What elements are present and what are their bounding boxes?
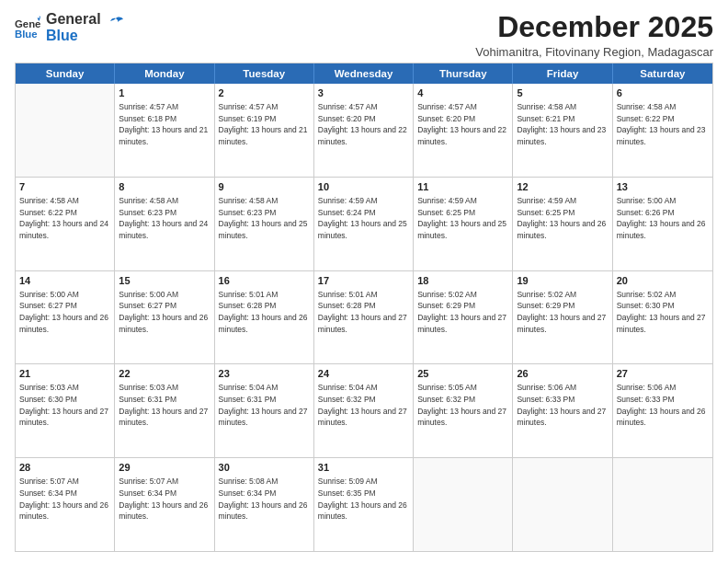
calendar-row-0: 1Sunrise: 4:57 AMSunset: 6:18 PMDaylight… xyxy=(16,84,712,178)
page: General Blue General Blue December 2025 … xyxy=(0,0,728,563)
logo-icon: General Blue xyxy=(15,15,40,40)
calendar-cell-r3c1: 22Sunrise: 5:03 AMSunset: 6:31 PMDayligh… xyxy=(115,364,214,457)
cell-day: 25 xyxy=(417,367,508,381)
cell-day: 19 xyxy=(517,274,608,288)
calendar-cell-r0c1: 1Sunrise: 4:57 AMSunset: 6:18 PMDaylight… xyxy=(115,84,214,177)
header: General Blue General Blue December 2025 … xyxy=(15,11,713,59)
header-friday: Friday xyxy=(513,63,612,84)
cell-info: Sunrise: 5:04 AMSunset: 6:31 PMDaylight:… xyxy=(219,383,308,427)
calendar-cell-r2c5: 19Sunrise: 5:02 AMSunset: 6:29 PMDayligh… xyxy=(513,271,612,364)
calendar-cell-r0c2: 2Sunrise: 4:57 AMSunset: 6:19 PMDaylight… xyxy=(215,84,314,177)
cell-info: Sunrise: 4:57 AMSunset: 6:19 PMDaylight:… xyxy=(219,102,308,146)
cell-day: 31 xyxy=(318,461,409,475)
cell-day: 4 xyxy=(417,86,508,100)
cell-info: Sunrise: 4:59 AMSunset: 6:25 PMDaylight:… xyxy=(517,196,606,240)
calendar-cell-r4c1: 29Sunrise: 5:07 AMSunset: 6:34 PMDayligh… xyxy=(115,458,214,551)
cell-info: Sunrise: 4:58 AMSunset: 6:23 PMDaylight:… xyxy=(119,196,208,240)
calendar-header: Sunday Monday Tuesday Wednesday Thursday… xyxy=(16,63,712,84)
calendar-cell-r4c6 xyxy=(613,458,712,551)
calendar-cell-r3c5: 26Sunrise: 5:06 AMSunset: 6:33 PMDayligh… xyxy=(513,364,612,457)
calendar-cell-r4c4 xyxy=(414,458,513,551)
calendar-cell-r0c4: 4Sunrise: 4:57 AMSunset: 6:20 PMDaylight… xyxy=(414,84,513,177)
cell-day: 23 xyxy=(219,367,310,381)
calendar-cell-r2c0: 14Sunrise: 5:00 AMSunset: 6:27 PMDayligh… xyxy=(16,271,115,364)
cell-day: 2 xyxy=(219,86,310,100)
logo-general: General xyxy=(46,11,101,28)
cell-day: 24 xyxy=(318,367,409,381)
cell-day: 20 xyxy=(617,274,709,288)
cell-day: 1 xyxy=(119,86,210,100)
cell-day: 10 xyxy=(318,180,409,194)
header-monday: Monday xyxy=(115,63,214,84)
calendar-cell-r2c3: 17Sunrise: 5:01 AMSunset: 6:28 PMDayligh… xyxy=(314,271,414,364)
calendar-cell-r2c1: 15Sunrise: 5:00 AMSunset: 6:27 PMDayligh… xyxy=(115,271,214,364)
calendar-cell-r0c6: 6Sunrise: 4:58 AMSunset: 6:22 PMDaylight… xyxy=(613,84,712,177)
cell-day: 13 xyxy=(617,180,709,194)
calendar-cell-r1c1: 8Sunrise: 4:58 AMSunset: 6:23 PMDaylight… xyxy=(115,178,214,270)
cell-info: Sunrise: 5:09 AMSunset: 6:35 PMDaylight:… xyxy=(318,477,407,521)
cell-info: Sunrise: 5:03 AMSunset: 6:30 PMDaylight:… xyxy=(19,383,108,427)
cell-info: Sunrise: 4:57 AMSunset: 6:20 PMDaylight:… xyxy=(318,102,407,146)
cell-day: 29 xyxy=(119,461,210,475)
calendar-cell-r4c3: 31Sunrise: 5:09 AMSunset: 6:35 PMDayligh… xyxy=(314,458,414,551)
cell-day: 5 xyxy=(517,86,608,100)
header-sunday: Sunday xyxy=(16,63,115,84)
title-block: December 2025 Vohimanitra, Fitovinany Re… xyxy=(475,11,713,59)
cell-info: Sunrise: 5:05 AMSunset: 6:32 PMDaylight:… xyxy=(417,383,506,427)
header-wednesday: Wednesday xyxy=(314,63,414,84)
cell-info: Sunrise: 5:06 AMSunset: 6:33 PMDaylight:… xyxy=(617,383,706,427)
calendar-cell-r0c5: 5Sunrise: 4:58 AMSunset: 6:21 PMDaylight… xyxy=(513,84,612,177)
calendar-cell-r3c0: 21Sunrise: 5:03 AMSunset: 6:30 PMDayligh… xyxy=(16,364,115,457)
cell-day: 7 xyxy=(19,180,110,194)
subtitle: Vohimanitra, Fitovinany Region, Madagasc… xyxy=(475,45,713,59)
calendar-row-3: 21Sunrise: 5:03 AMSunset: 6:30 PMDayligh… xyxy=(16,364,712,458)
cell-info: Sunrise: 5:03 AMSunset: 6:31 PMDaylight:… xyxy=(119,383,208,427)
logo-blue: Blue xyxy=(46,28,101,44)
cell-day: 9 xyxy=(219,180,310,194)
cell-day: 14 xyxy=(19,274,110,288)
calendar-cell-r1c2: 9Sunrise: 4:58 AMSunset: 6:23 PMDaylight… xyxy=(215,178,314,270)
calendar-cell-r1c6: 13Sunrise: 5:00 AMSunset: 6:26 PMDayligh… xyxy=(613,178,712,270)
calendar-cell-r0c0 xyxy=(16,84,115,177)
cell-day: 17 xyxy=(318,274,409,288)
calendar-cell-r1c4: 11Sunrise: 4:59 AMSunset: 6:25 PMDayligh… xyxy=(414,178,513,270)
calendar-cell-r4c2: 30Sunrise: 5:08 AMSunset: 6:34 PMDayligh… xyxy=(215,458,314,551)
calendar-cell-r4c5 xyxy=(513,458,612,551)
cell-info: Sunrise: 4:57 AMSunset: 6:18 PMDaylight:… xyxy=(119,102,208,146)
calendar-cell-r2c2: 16Sunrise: 5:01 AMSunset: 6:28 PMDayligh… xyxy=(215,271,314,364)
cell-day: 21 xyxy=(19,367,110,381)
cell-info: Sunrise: 5:07 AMSunset: 6:34 PMDaylight:… xyxy=(19,477,108,521)
cell-info: Sunrise: 4:58 AMSunset: 6:23 PMDaylight:… xyxy=(219,196,308,240)
calendar-cell-r3c2: 23Sunrise: 5:04 AMSunset: 6:31 PMDayligh… xyxy=(215,364,314,457)
calendar: Sunday Monday Tuesday Wednesday Thursday… xyxy=(15,63,713,552)
cell-info: Sunrise: 5:08 AMSunset: 6:34 PMDaylight:… xyxy=(219,477,308,521)
header-tuesday: Tuesday xyxy=(215,63,314,84)
logo: General Blue General Blue xyxy=(15,11,125,45)
cell-info: Sunrise: 5:00 AMSunset: 6:27 PMDaylight:… xyxy=(119,290,208,334)
cell-info: Sunrise: 5:00 AMSunset: 6:26 PMDaylight:… xyxy=(617,196,706,240)
cell-day: 26 xyxy=(517,367,608,381)
calendar-cell-r1c5: 12Sunrise: 4:59 AMSunset: 6:25 PMDayligh… xyxy=(513,178,612,270)
cell-info: Sunrise: 5:01 AMSunset: 6:28 PMDaylight:… xyxy=(318,290,407,334)
cell-info: Sunrise: 5:01 AMSunset: 6:28 PMDaylight:… xyxy=(219,290,308,334)
cell-info: Sunrise: 4:57 AMSunset: 6:20 PMDaylight:… xyxy=(417,102,506,146)
cell-day: 30 xyxy=(219,461,310,475)
cell-day: 12 xyxy=(517,180,608,194)
svg-text:Blue: Blue xyxy=(15,29,38,40)
cell-day: 27 xyxy=(617,367,709,381)
cell-day: 8 xyxy=(119,180,210,194)
cell-info: Sunrise: 5:02 AMSunset: 6:29 PMDaylight:… xyxy=(417,290,506,334)
calendar-cell-r3c3: 24Sunrise: 5:04 AMSunset: 6:32 PMDayligh… xyxy=(314,364,414,457)
calendar-cell-r1c3: 10Sunrise: 4:59 AMSunset: 6:24 PMDayligh… xyxy=(314,178,414,270)
cell-day: 18 xyxy=(417,274,508,288)
calendar-cell-r1c0: 7Sunrise: 4:58 AMSunset: 6:22 PMDaylight… xyxy=(16,178,115,270)
cell-info: Sunrise: 4:58 AMSunset: 6:22 PMDaylight:… xyxy=(19,196,108,240)
cell-day: 3 xyxy=(318,86,409,100)
bird-icon xyxy=(107,15,125,33)
main-title: December 2025 xyxy=(475,11,713,43)
cell-info: Sunrise: 5:00 AMSunset: 6:27 PMDaylight:… xyxy=(19,290,108,334)
calendar-cell-r0c3: 3Sunrise: 4:57 AMSunset: 6:20 PMDaylight… xyxy=(314,84,414,177)
calendar-cell-r2c4: 18Sunrise: 5:02 AMSunset: 6:29 PMDayligh… xyxy=(414,271,513,364)
cell-info: Sunrise: 5:02 AMSunset: 6:30 PMDaylight:… xyxy=(617,290,706,334)
calendar-cell-r3c6: 27Sunrise: 5:06 AMSunset: 6:33 PMDayligh… xyxy=(613,364,712,457)
